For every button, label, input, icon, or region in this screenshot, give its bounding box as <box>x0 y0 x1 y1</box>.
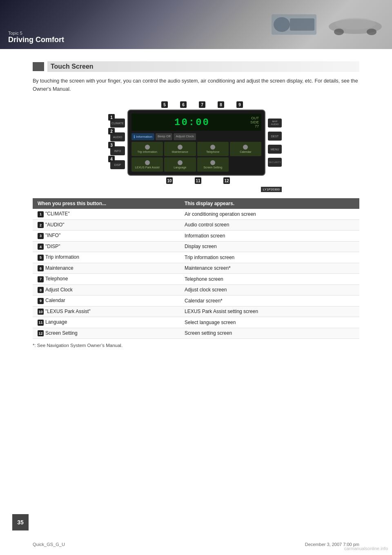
section-title-icon <box>33 62 44 71</box>
header-banner: Topic 5 Driving Comfort <box>0 0 392 49</box>
btn-climate-wrapper: 1 CLIMATE <box>110 116 125 128</box>
image-ref: LY1P20300 <box>110 186 282 192</box>
table-cell-button: 7Telephone <box>33 274 180 285</box>
table-cell-display: Trip information screen <box>180 252 359 263</box>
svg-point-5 <box>334 29 344 35</box>
svg-rect-2 <box>290 18 314 31</box>
map-audio-btn[interactable]: MAPAUDIO <box>268 119 282 128</box>
table-cell-button: 4"DISP" <box>33 241 180 252</box>
col2-header: This display appears. <box>180 198 359 209</box>
bottom-badges-row: 10 11 12 <box>110 176 282 184</box>
row-badge: 2 <box>38 222 44 228</box>
right-buttons: MAPAUDIO DEST MENU SECURITY <box>268 119 282 167</box>
badge-3: 3 <box>108 142 115 148</box>
footnote: *: See Navigation System Owner’s Manual. <box>33 343 359 348</box>
maintenance-btn[interactable]: Maintenance <box>164 142 196 156</box>
watermark: carmanualsonline.info <box>344 546 388 551</box>
section-title-bar: Touch Screen <box>33 61 359 72</box>
table-cell-display: Adjust clock screen <box>180 284 359 295</box>
car-exterior-icon <box>327 12 384 37</box>
row-badge: 12 <box>38 330 44 336</box>
row-badge: 1 <box>38 211 44 217</box>
car-interior-icon <box>270 12 318 37</box>
table-cell-display: LEXUS Park Assist setting screen <box>180 306 359 317</box>
adjust-clock-btn[interactable]: Adjust Clock <box>174 133 196 140</box>
menu-btn[interactable]: MENU <box>268 145 282 154</box>
table-cell-display: Screen setting screen <box>180 328 359 339</box>
table-row: 2"AUDIO" Audio control screen <box>33 219 359 231</box>
table-cell-display: Information screen <box>180 231 359 242</box>
page-number: 35 <box>12 514 29 530</box>
footer-left: Quick_GS_G_U <box>33 542 65 547</box>
table-cell-button: 5Trip information <box>33 252 180 263</box>
badge-9: 9 <box>236 101 243 108</box>
lexus-btn[interactable]: LEXUS Park Assist <box>131 157 163 172</box>
badge-6: 6 <box>180 101 187 108</box>
table-row: 9Calendar Calendar screen* <box>33 295 359 307</box>
col1-header: When you press this button... <box>33 198 180 209</box>
left-buttons: 1 CLIMATE 2 AUDIO 3 INFO 4 DISP <box>110 116 125 169</box>
row-badge: 9 <box>38 298 44 304</box>
table-row: 6Maintenance Maintenance screen* <box>33 263 359 274</box>
row-badge: 7 <box>38 276 44 282</box>
badge-4: 4 <box>108 156 115 162</box>
table-row: 1"CLIMATE" Air conditioning operation sc… <box>33 209 359 219</box>
badge-10: 10 <box>166 177 173 184</box>
telephone-btn[interactable]: Telephone <box>197 142 229 156</box>
btn-audio-wrapper: 2 AUDIO <box>110 130 125 141</box>
clock-display: 10:00 <box>134 117 250 128</box>
badge-1: 1 <box>108 114 115 121</box>
badge-11: 11 <box>195 177 201 184</box>
badge-5: 5 <box>161 101 168 108</box>
table-cell-button: 8Adjust Clock <box>33 284 180 295</box>
banner-text: Topic 5 Driving Comfort <box>8 31 64 44</box>
beep-btn[interactable]: Beep Off <box>156 133 172 140</box>
dest-btn[interactable]: DEST <box>268 132 282 141</box>
panel-wrapper: 1 CLIMATE 2 AUDIO 3 INFO 4 DISP <box>110 110 282 176</box>
table-cell-button: 10"LEXUS Park Assist" <box>33 306 180 317</box>
info-row: ℹ Information Beep Off Adjust Clock <box>131 133 261 140</box>
svg-point-1 <box>274 17 290 32</box>
top-badges-row: 5 6 7 8 9 <box>110 101 282 110</box>
badge-2: 2 <box>108 128 115 134</box>
info-btn[interactable]: ℹ Information <box>131 133 154 140</box>
calendar-btn[interactable]: Calendar <box>230 142 261 156</box>
svg-point-4 <box>335 18 376 29</box>
table-cell-button: 2"AUDIO" <box>33 219 180 231</box>
badge-7: 7 <box>199 101 205 108</box>
table-cell-button: 6Maintenance <box>33 263 180 274</box>
table-cell-display: Air conditioning operation screen <box>180 209 359 219</box>
table-row: 11Language Select language screen <box>33 317 359 328</box>
table-row: 12Screen Setting Screen setting screen <box>33 328 359 339</box>
btn-info-wrapper: 3 INFO <box>110 144 125 155</box>
section-title: Touch Screen <box>47 61 359 72</box>
badge-8: 8 <box>218 101 224 108</box>
footer: Quick_GS_G_U December 3, 2007 7:00 pm <box>33 542 359 547</box>
out-temp: OUTSIDE77 <box>250 116 259 128</box>
row-badge: 8 <box>38 287 44 293</box>
row-badge: 3 <box>38 233 44 239</box>
screen-setting-btn[interactable]: Screen Setting <box>197 157 229 172</box>
banner-topic: Topic 5 <box>8 31 64 36</box>
table-cell-display: Maintenance screen* <box>180 263 359 274</box>
section-description: By touching the screen with your finger,… <box>33 77 359 93</box>
table-row: 3"INFO" Information screen <box>33 231 359 242</box>
table-body: 1"CLIMATE" Air conditioning operation sc… <box>33 209 359 339</box>
table-row: 4"DISP" Display screen <box>33 241 359 252</box>
table-cell-button: 9Calendar <box>33 295 180 307</box>
table-cell-display: Select language screen <box>180 317 359 328</box>
row-badge: 5 <box>38 255 44 261</box>
language-btn[interactable]: Language <box>164 157 196 172</box>
row-badge: 10 <box>38 309 44 315</box>
table-cell-button: 11Language <box>33 317 180 328</box>
main-content: Touch Screen By touching the screen with… <box>0 49 392 360</box>
trip-btn[interactable]: Trip information <box>131 142 163 156</box>
table-header: When you press this button... This displ… <box>33 198 359 209</box>
info-table: When you press this button... This displ… <box>33 198 359 339</box>
badge-12: 12 <box>223 177 230 184</box>
table-cell-button: 3"INFO" <box>33 231 180 242</box>
main-screen: 10:00 OUTSIDE77 ℹ Information Beep Off A… <box>127 110 265 176</box>
table-cell-display: Audio control screen <box>180 219 359 231</box>
screen-grid: Trip information Maintenance Telephone <box>131 142 261 172</box>
security-btn[interactable]: SECURITY <box>268 158 282 167</box>
